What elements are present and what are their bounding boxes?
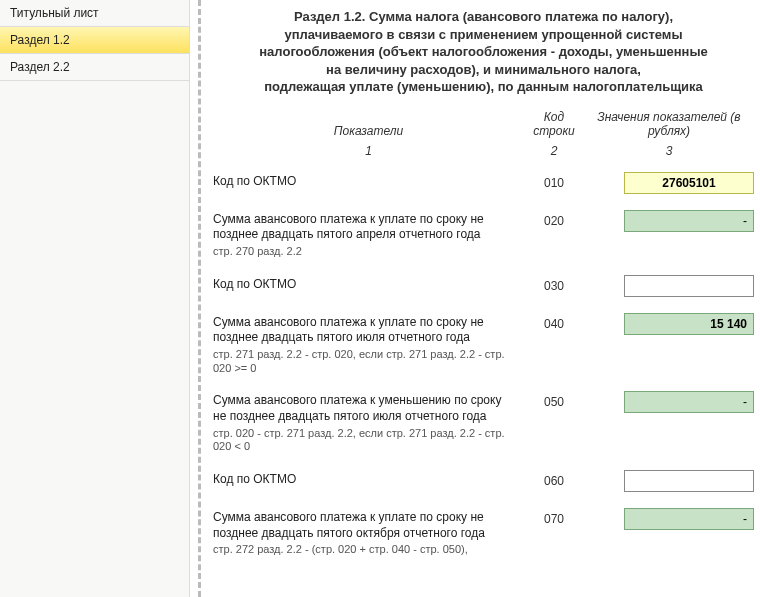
table-row: Сумма авансового платежа к уменьшению по…	[213, 391, 754, 454]
table-row: Сумма авансового платежа к уплате по сро…	[213, 508, 754, 557]
row-value-cell	[584, 508, 754, 530]
section-title: Раздел 1.2. Сумма налога (авансового пла…	[213, 8, 754, 96]
column-headers: Показатели Код строки Значения показател…	[213, 110, 754, 138]
amount-020-input[interactable]	[624, 210, 754, 232]
col-num-2: 2	[524, 144, 584, 158]
title-line: уплачиваемого в связи с применением упро…	[213, 26, 754, 44]
row-sublabel: стр. 270 разд. 2.2	[213, 245, 514, 259]
row-value-cell	[584, 210, 754, 232]
row-code: 020	[524, 210, 584, 228]
row-label-cell: Сумма авансового платежа к уплате по сро…	[213, 210, 524, 259]
row-label-cell: Сумма авансового платежа к уплате по сро…	[213, 508, 524, 557]
column-numbers: 1 2 3	[213, 144, 754, 158]
table-row: Код по ОКТМО 060	[213, 470, 754, 492]
row-label: Сумма авансового платежа к уменьшению по…	[213, 393, 514, 424]
row-value-cell	[584, 275, 754, 297]
row-label: Сумма авансового платежа к уплате по сро…	[213, 510, 514, 541]
header-value: Значения показателей (в рублях)	[584, 110, 754, 138]
sidebar-item-title-page[interactable]: Титульный лист	[0, 0, 189, 27]
content: Раздел 1.2. Сумма налога (авансового пла…	[198, 0, 760, 597]
row-label-cell: Код по ОКТМО	[213, 470, 524, 488]
table-row: Сумма авансового платежа к уплате по сро…	[213, 210, 754, 259]
row-label: Сумма авансового платежа к уплате по сро…	[213, 212, 514, 243]
amount-040-input[interactable]	[624, 313, 754, 335]
oktmo-030-input[interactable]	[624, 275, 754, 297]
row-label-cell: Сумма авансового платежа к уменьшению по…	[213, 391, 524, 454]
oktmo-010-input[interactable]	[624, 172, 754, 194]
header-code: Код строки	[524, 110, 584, 138]
row-code: 070	[524, 508, 584, 526]
sidebar: Титульный лист Раздел 1.2 Раздел 2.2	[0, 0, 190, 597]
row-code: 050	[524, 391, 584, 409]
row-code: 030	[524, 275, 584, 293]
row-sublabel: стр. 271 разд. 2.2 - стр. 020, если стр.…	[213, 348, 514, 376]
row-value-cell	[584, 172, 754, 194]
table-row: Код по ОКТМО 030	[213, 275, 754, 297]
col-num-3: 3	[584, 144, 754, 158]
row-label: Сумма авансового платежа к уплате по сро…	[213, 315, 514, 346]
amount-050-input[interactable]	[624, 391, 754, 413]
col-num-1: 1	[213, 144, 524, 158]
row-value-cell	[584, 313, 754, 335]
table-row: Сумма авансового платежа к уплате по сро…	[213, 313, 754, 376]
sidebar-item-label: Титульный лист	[10, 6, 99, 20]
row-code: 010	[524, 172, 584, 190]
row-label: Код по ОКТМО	[213, 277, 514, 293]
sidebar-item-label: Раздел 2.2	[10, 60, 70, 74]
row-label-cell: Сумма авансового платежа к уплате по сро…	[213, 313, 524, 376]
row-label-cell: Код по ОКТМО	[213, 275, 524, 293]
header-indicator: Показатели	[213, 124, 524, 138]
row-value-cell	[584, 391, 754, 413]
title-line: подлежащая уплате (уменьшению), по данны…	[213, 78, 754, 96]
title-line: Раздел 1.2. Сумма налога (авансового пла…	[213, 8, 754, 26]
table-row: Код по ОКТМО 010	[213, 172, 754, 194]
row-code: 060	[524, 470, 584, 488]
row-code: 040	[524, 313, 584, 331]
sidebar-item-section-2-2[interactable]: Раздел 2.2	[0, 54, 189, 81]
row-label: Код по ОКТМО	[213, 174, 514, 190]
row-sublabel: стр. 272 разд. 2.2 - (стр. 020 + стр. 04…	[213, 543, 514, 557]
row-label-cell: Код по ОКТМО	[213, 172, 524, 190]
row-label: Код по ОКТМО	[213, 472, 514, 488]
row-value-cell	[584, 470, 754, 492]
sidebar-item-section-1-2[interactable]: Раздел 1.2	[0, 27, 189, 54]
oktmo-060-input[interactable]	[624, 470, 754, 492]
title-line: на величину расходов), и минимального на…	[213, 61, 754, 79]
amount-070-input[interactable]	[624, 508, 754, 530]
row-sublabel: стр. 020 - стр. 271 разд. 2.2, если стр.…	[213, 427, 514, 455]
sidebar-item-label: Раздел 1.2	[10, 33, 70, 47]
title-line: налогообложения (объект налогообложения …	[213, 43, 754, 61]
